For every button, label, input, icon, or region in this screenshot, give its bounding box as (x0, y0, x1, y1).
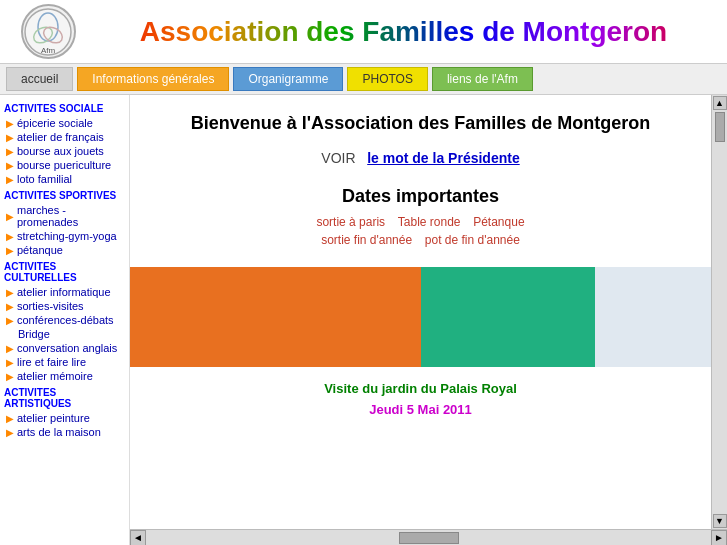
sidebar-section-sociale: ACTIVITES SOCIALE ▶ épicerie sociale ▶ a… (0, 99, 129, 186)
sidebar-title-artistiques: ACTIVITES ARTISTIQUES (0, 383, 129, 411)
arrow-icon: ▶ (6, 231, 14, 242)
sidebar-item-conferences[interactable]: ▶ conférences-débats (0, 313, 129, 327)
voir-prefix: VOIR (321, 150, 355, 166)
nav-liens[interactable]: liens de l'Afm (432, 67, 533, 91)
link-table-ronde[interactable]: Table ronde (398, 215, 461, 229)
arrow-icon: ▶ (6, 211, 14, 222)
arrow-icon: ▶ (6, 315, 14, 326)
site-title: Association des Familles de Montgeron (88, 15, 719, 49)
scroll-thumb-horizontal[interactable] (399, 532, 459, 544)
link-petanque[interactable]: Pétanque (473, 215, 524, 229)
welcome-title: Bienvenue à l'Association des Familles d… (150, 113, 691, 134)
sidebar-section-sportives: ACTIVITES SPORTIVES ▶ marches - promenad… (0, 186, 129, 257)
sidebar: ACTIVITES SOCIALE ▶ épicerie sociale ▶ a… (0, 95, 130, 545)
nav-accueil[interactable]: accueil (6, 67, 73, 91)
scroll-left-button[interactable]: ◄ (130, 530, 146, 546)
sidebar-item-bourse-puer[interactable]: ▶ bourse puericulture (0, 158, 129, 172)
scroll-right-button[interactable]: ► (711, 530, 727, 546)
right-scrollbar: ▲ ▼ (711, 95, 727, 529)
scroll-down-button[interactable]: ▼ (713, 514, 727, 528)
sidebar-title-culturelles: ACTIVITES CULTURELLES (0, 257, 129, 285)
arrow-icon: ▶ (6, 132, 14, 143)
sidebar-item-sorties[interactable]: ▶ sorties-visites (0, 299, 129, 313)
sidebar-item-epicerie[interactable]: ▶ épicerie sociale (0, 116, 129, 130)
sidebar-item-conversation[interactable]: ▶ conversation anglais (0, 341, 129, 355)
navbar: accueil Informations générales Organigra… (0, 64, 727, 95)
sidebar-title-sportives: ACTIVITES SPORTIVES (0, 186, 129, 203)
arrow-icon: ▶ (6, 118, 14, 129)
sidebar-item-stretching[interactable]: ▶ stretching-gym-yoga (0, 229, 129, 243)
link-sortie-fin[interactable]: sortie fin d'année (321, 233, 412, 247)
sidebar-item-atelier-francais[interactable]: ▶ atelier de français (0, 130, 129, 144)
sidebar-section-culturelles: ACTIVITES CULTURELLES ▶ atelier informat… (0, 257, 129, 383)
sidebar-item-loto[interactable]: ▶ loto familial (0, 172, 129, 186)
main-layout: ACTIVITES SOCIALE ▶ épicerie sociale ▶ a… (0, 95, 727, 545)
block-empty (595, 267, 711, 367)
sidebar-item-lire[interactable]: ▶ lire et faire lire (0, 355, 129, 369)
logo: Afm (21, 4, 76, 59)
sidebar-item-arts-maison[interactable]: ▶ arts de la maison (0, 425, 129, 439)
arrow-icon: ▶ (6, 413, 14, 424)
sidebar-title-sociale: ACTIVITES SOCIALE (0, 99, 129, 116)
arrow-icon: ▶ (6, 160, 14, 171)
scroll-thumb-vertical[interactable] (715, 112, 725, 142)
arrow-icon: ▶ (6, 174, 14, 185)
sidebar-item-petanque[interactable]: ▶ pétanque (0, 243, 129, 257)
dates-links-row1: sortie à paris Table ronde Pétanque (150, 215, 691, 229)
arrow-icon: ▶ (6, 245, 14, 256)
sidebar-item-informatique[interactable]: ▶ atelier informatique (0, 285, 129, 299)
link-pot-fin[interactable]: pot de fin d'année (425, 233, 520, 247)
sidebar-item-peinture[interactable]: ▶ atelier peinture (0, 411, 129, 425)
block-green (421, 267, 595, 367)
arrow-icon: ▶ (6, 343, 14, 354)
block-orange (130, 267, 421, 367)
bottom-scrollbar: ◄ ► (130, 529, 727, 545)
sidebar-item-bridge[interactable]: Bridge (0, 327, 129, 341)
logo-area: Afm (8, 4, 88, 59)
arrow-icon: ▶ (6, 301, 14, 312)
header: Afm Association des Familles de Montgero… (0, 0, 727, 64)
arrow-icon: ▶ (6, 287, 14, 298)
voir-line: VOIR le mot de la Présidente (150, 150, 691, 166)
sidebar-item-bourse-jouets[interactable]: ▶ bourse aux jouets (0, 144, 129, 158)
color-blocks (130, 267, 711, 367)
svg-text:Afm: Afm (41, 46, 56, 55)
visit-section: Visite du jardin du Palais Royal Jeudi 5… (130, 371, 711, 427)
visit-title: Visite du jardin du Palais Royal (150, 381, 691, 396)
arrow-icon: ▶ (6, 146, 14, 157)
link-sortie-paris[interactable]: sortie à paris (316, 215, 385, 229)
content-area: Bienvenue à l'Association des Familles d… (130, 95, 711, 529)
sidebar-section-artistiques: ACTIVITES ARTISTIQUES ▶ atelier peinture… (0, 383, 129, 439)
dates-title: Dates importantes (150, 186, 691, 207)
scroll-up-button[interactable]: ▲ (713, 96, 727, 110)
scroll-track-horizontal (146, 531, 711, 545)
arrow-icon: ▶ (6, 371, 14, 382)
sidebar-item-marches[interactable]: ▶ marches - promenades (0, 203, 129, 229)
nav-organigramme[interactable]: Organigramme (233, 67, 343, 91)
nav-photos[interactable]: PHOTOS (347, 67, 427, 91)
arrow-icon: ▶ (6, 357, 14, 368)
sidebar-item-memoire[interactable]: ▶ atelier mémoire (0, 369, 129, 383)
visit-date: Jeudi 5 Mai 2011 (150, 402, 691, 417)
nav-informations[interactable]: Informations générales (77, 67, 229, 91)
voir-link[interactable]: le mot de la Présidente (367, 150, 520, 166)
scroll-track-vertical (714, 111, 726, 513)
dates-links-row2: sortie fin d'année pot de fin d'année (150, 233, 691, 247)
arrow-icon: ▶ (6, 427, 14, 438)
